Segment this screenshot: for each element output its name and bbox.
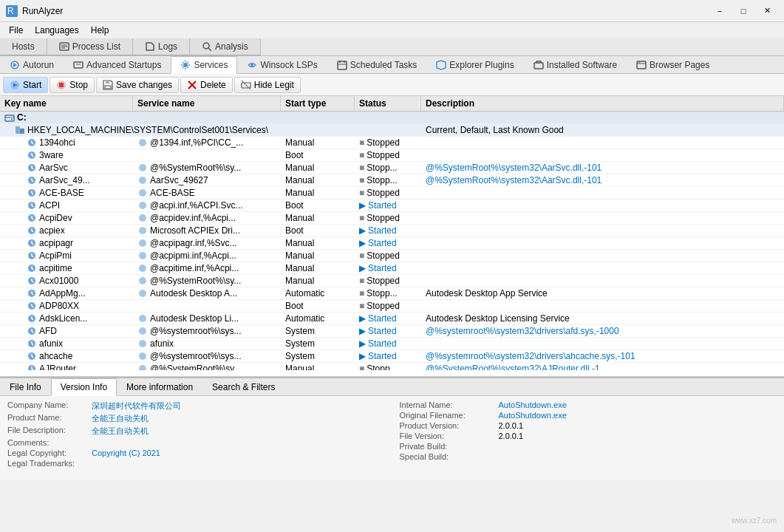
svg-rect-18 [637,61,646,69]
file-version-value: 2.0.0.1 [499,432,777,440]
tab-advanced-startups[interactable]: Advanced Startups [64,56,171,73]
table-row[interactable]: acpipagr @acpipagr.inf,%Svc... Manual ▶ … [0,237,784,250]
autorun-icon [10,60,20,70]
menu-help[interactable]: Help [85,24,115,37]
tab-explorer-plugins[interactable]: Explorer Plugins [426,56,523,73]
table-row[interactable]: 3ware Boot ■ Stopped [0,149,784,162]
table-row[interactable]: AcpiDev @acpidev.inf,%Acpi... Manual ■ S… [0,212,784,225]
table-row[interactable]: AFD @%systemroot%\sys... System ▶ Starte… [0,325,784,338]
start-icon [10,80,20,90]
table-body[interactable]: C: HKEY_LOCAL_MACHINE\SYSTEM\ControlSet0… [0,112,784,370]
table-row[interactable]: acpiex Microsoft ACPIEx Dri... Boot ▶ St… [0,225,784,237]
legal-copyright-value: Copyright (C) 2021 [92,449,385,457]
sub-tab-row: Autorun Advanced Startups Services Winso… [0,56,784,74]
registry-desc: Current, Default, Last Known Good [421,124,784,136]
minimize-button[interactable]: − [709,4,731,18]
col-service-name[interactable]: Service name [133,96,281,111]
svc-icon [137,137,148,148]
drive-icon [4,112,15,123]
svg-point-64 [139,327,146,335]
table-row[interactable]: AJRouter @%SystemRoot%\sy... Manual ■ St… [0,363,784,370]
service-icon [27,351,37,361]
tab-process-list[interactable]: Process List [47,38,133,55]
svg-point-57 [139,277,146,284]
table-row[interactable]: afunix afunix System ▶ Started [0,338,784,350]
service-icon [27,276,37,286]
service-icon [27,188,37,198]
delete-button[interactable]: Delete [180,77,233,93]
bottom-tab-version-info[interactable]: Version Info [51,378,117,396]
table-row[interactable]: AarSvc @%SystemRoot%\sy... Manual ■ Stop… [0,162,784,174]
col-key-name[interactable]: Key name [0,96,133,111]
svg-point-55 [139,265,146,272]
tab-installed-software[interactable]: Installed Software [524,56,627,73]
tab-scheduled-tasks[interactable]: Scheduled Tasks [327,56,427,73]
svc-icon [137,351,148,361]
svg-rect-33 [16,126,20,134]
installed-software-icon [534,60,544,70]
watermark: www.xz7.com [732,516,777,525]
col-description[interactable]: Description [421,96,784,111]
col-start-type[interactable]: Start type [281,96,355,111]
bottom-tab-more-info[interactable]: More information [117,378,202,395]
col-status[interactable]: Status [355,96,421,111]
stop-button[interactable]: Stop [50,77,95,93]
table-row[interactable]: AdAppMg... Autodesk Desktop A... Automat… [0,287,784,300]
table-row[interactable]: AcpiPmi @acpipmi.inf,%Acpi... Manual ■ S… [0,250,784,262]
service-icon [27,288,37,299]
app-icon: R [6,5,18,17]
tab-analysis[interactable]: Analysis [190,38,261,55]
service-icon [27,150,37,160]
svg-point-6 [203,43,209,49]
table-row[interactable]: ACPI @acpi.inf,%ACPI.Svc... Boot ▶ Start… [0,200,784,212]
svg-point-41 [139,177,146,184]
logs-icon [145,41,155,52]
product-name-value: 全能王自动关机 [92,413,385,424]
tab-logs[interactable]: Logs [133,38,190,55]
svc-icon [137,175,148,185]
browser-pages-icon [636,60,647,70]
menu-languages[interactable]: Languages [29,24,84,37]
table-row[interactable]: ADP80XX Boot ■ Stopped [0,300,784,313]
svc-icon [137,263,148,273]
tab-winsock-lsps[interactable]: Winsock LSPs [237,56,327,73]
explorer-plugins-icon [436,60,446,70]
table-row[interactable]: Acx01000 @%SystemRoot%\sy... Manual ■ St… [0,275,784,287]
service-icon [27,326,37,336]
save-button[interactable]: Save changes [96,77,179,93]
hide-legit-button[interactable]: Hide Legit [234,77,301,93]
company-name-label: Company Name: [7,400,89,412]
table-row[interactable]: ACE-BASE ACE-BASE Manual ■ Stopped [0,187,784,200]
tab-browser-pages[interactable]: Browser Pages [627,56,719,73]
close-button[interactable]: ✕ [756,4,778,18]
service-icon [27,137,37,148]
hide-legit-icon [241,80,251,90]
menu-file[interactable]: File [3,24,29,37]
original-filename-label: Original Filename: [400,411,496,420]
version-info-right: Internal Name: AutoShutdown.exe Original… [400,400,777,476]
table-row[interactable]: AarSvc_49... AarSvc_49627 Manual ■ Stopp… [0,174,784,187]
svg-point-45 [139,202,146,209]
svg-point-70 [139,365,146,370]
private-build-label: Private Build: [400,442,496,451]
table-row[interactable]: 1394ohci @1394.inf,%PCI\CC_... Manual ■ … [0,137,784,149]
table-row[interactable]: AdskLicen... Autodesk Desktop Li... Auto… [0,313,784,325]
svg-point-49 [139,227,146,234]
tab-services[interactable]: Services [171,56,237,74]
svg-point-43 [139,189,146,197]
svg-point-62 [139,315,146,322]
svg-text:R: R [7,6,14,16]
tab-hosts[interactable]: Hosts [0,38,47,55]
table-row[interactable]: C: [0,112,784,124]
tab-autorun[interactable]: Autorun [0,56,64,73]
start-button[interactable]: Start [3,77,48,93]
table-row[interactable]: acpitime @acpitime.inf,%Acpi... Manual ▶… [0,262,784,275]
comments-label: Comments: [7,438,89,447]
menu-bar: File Languages Help [0,22,784,38]
bottom-tab-file-info[interactable]: File Info [0,378,51,395]
window-controls: − □ ✕ [709,4,778,18]
maximize-button[interactable]: □ [732,4,754,18]
bottom-tab-search-filters[interactable]: Search & Filters [202,378,284,395]
table-row[interactable]: ahcache @%systemroot%\sys... System ▶ St… [0,350,784,363]
table-row[interactable]: HKEY_LOCAL_MACHINE\SYSTEM\ControlSet001\… [0,124,784,137]
